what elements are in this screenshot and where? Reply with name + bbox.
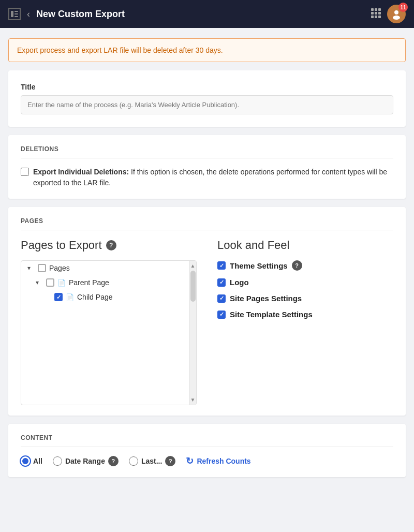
list-item: Theme Settings ?: [217, 260, 393, 271]
deletions-bold-label: Export Individual Deletions:: [33, 168, 129, 176]
list-item: Site Template Settings: [217, 310, 393, 319]
theme-settings-help-icon[interactable]: ?: [292, 260, 302, 271]
pages-inner: Pages to Export ? ▾ Pages ▾: [21, 239, 393, 405]
page-icon: 📄: [66, 293, 74, 301]
svg-rect-8: [375, 12, 377, 14]
pages-tree-container: ▾ Pages ▾ 📄 Parent Page: [21, 260, 197, 405]
look-feel-title: Look and Feel: [217, 239, 393, 252]
look-feel-panel: Look and Feel Theme Settings ? Logo Site…: [207, 239, 393, 405]
radio-last-input[interactable]: [129, 456, 138, 466]
refresh-counts-label: Refresh Counts: [197, 457, 250, 465]
logo-checkbox[interactable]: [217, 278, 226, 287]
svg-rect-1: [14, 11, 18, 12]
svg-rect-3: [14, 16, 18, 17]
radio-all-label: All: [33, 457, 42, 465]
radio-last-label: Last...: [141, 457, 162, 465]
pages-header: PAGES: [21, 217, 393, 230]
list-item: ▾ 📄 Parent Page: [21, 275, 189, 290]
refresh-counts-button[interactable]: ↻ Refresh Counts: [186, 455, 250, 467]
theme-settings-label: Theme Settings: [230, 261, 288, 270]
svg-rect-0: [11, 11, 13, 17]
apps-icon[interactable]: [371, 8, 381, 21]
tree-label: Child Page: [77, 293, 113, 301]
pages-checkbox[interactable]: [38, 264, 46, 272]
deletions-desc: Export Individual Deletions: If this opt…: [33, 167, 393, 188]
page-icon: 📄: [57, 279, 66, 287]
site-pages-checkbox[interactable]: [217, 294, 226, 303]
scroll-thumb[interactable]: [190, 271, 196, 302]
pages-export-panel: Pages to Export ? ▾ Pages ▾: [21, 239, 207, 405]
notification-badge: 11: [398, 3, 408, 12]
svg-rect-5: [375, 8, 377, 11]
chevron-down-icon[interactable]: ▾: [27, 264, 35, 272]
logo-label: Logo: [230, 278, 249, 287]
title-input[interactable]: [21, 95, 393, 114]
avatar-wrapper[interactable]: 11: [387, 5, 406, 23]
pages-help-icon[interactable]: ?: [106, 240, 116, 250]
pages-export-title: Pages to Export ?: [21, 239, 197, 252]
title-label: Title: [21, 83, 393, 91]
page-title: New Custom Export: [36, 9, 364, 20]
theme-settings-checkbox[interactable]: [217, 261, 226, 270]
deletions-card: DELETIONS Export Individual Deletions: I…: [8, 135, 406, 199]
svg-rect-9: [378, 12, 381, 14]
site-template-checkbox[interactable]: [217, 311, 226, 319]
svg-point-14: [393, 16, 400, 20]
parent-page-checkbox[interactable]: [46, 278, 54, 287]
site-pages-label: Site Pages Settings: [230, 294, 302, 303]
pages-tree: ▾ Pages ▾ 📄 Parent Page: [21, 261, 189, 405]
svg-rect-6: [378, 8, 381, 11]
radio-last[interactable]: Last... ?: [129, 456, 175, 466]
header-actions: 11: [371, 5, 406, 23]
svg-point-13: [394, 10, 398, 14]
content-card: CONTENT All Date Range ? Last... ? ↻: [8, 424, 406, 477]
tree-label: Parent Page: [69, 278, 109, 287]
scrollbar[interactable]: ▲ ▼: [189, 261, 196, 405]
svg-rect-12: [378, 16, 381, 18]
radio-all[interactable]: All: [21, 456, 42, 466]
refresh-icon: ↻: [186, 455, 194, 467]
content-header: CONTENT: [21, 434, 393, 447]
radio-date-range[interactable]: Date Range ?: [53, 456, 119, 466]
list-item: Logo: [217, 278, 393, 287]
radio-all-icon: [21, 456, 30, 466]
svg-rect-11: [375, 16, 377, 18]
radio-date-range-input[interactable]: [53, 456, 62, 466]
deletions-header: DELETIONS: [21, 145, 393, 158]
scroll-down-icon[interactable]: ▼: [190, 397, 196, 403]
alert-banner: Export process and export LAR file will …: [8, 38, 406, 62]
last-help-icon[interactable]: ?: [165, 456, 175, 466]
back-button[interactable]: ‹: [27, 9, 30, 20]
deletions-row: Export Individual Deletions: If this opt…: [21, 167, 393, 188]
list-item: 📄 Child Page: [21, 290, 189, 304]
header: ‹ New Custom Export 11: [0, 0, 414, 28]
scroll-up-icon[interactable]: ▲: [190, 263, 196, 269]
main-content: Export process and export LAR file will …: [0, 28, 414, 487]
svg-rect-7: [371, 12, 374, 14]
svg-rect-4: [371, 8, 374, 11]
content-radio-row: All Date Range ? Last... ? ↻ Refresh Cou…: [21, 455, 393, 467]
svg-rect-10: [371, 16, 374, 18]
tree-label: Pages: [49, 264, 70, 272]
deletions-checkbox[interactable]: [21, 168, 29, 176]
list-item: Site Pages Settings: [217, 294, 393, 303]
pages-card: PAGES Pages to Export ? ▾ Pages: [8, 207, 406, 416]
title-card: Title: [8, 70, 406, 127]
site-template-label: Site Template Settings: [230, 310, 313, 319]
chevron-down-icon[interactable]: ▾: [36, 279, 43, 286]
list-item: ▾ Pages: [21, 261, 189, 275]
sidebar-toggle[interactable]: [8, 8, 21, 20]
date-range-help-icon[interactable]: ?: [108, 456, 119, 466]
child-page-checkbox[interactable]: [54, 293, 63, 301]
svg-rect-2: [14, 13, 18, 14]
radio-date-range-label: Date Range: [65, 457, 105, 465]
